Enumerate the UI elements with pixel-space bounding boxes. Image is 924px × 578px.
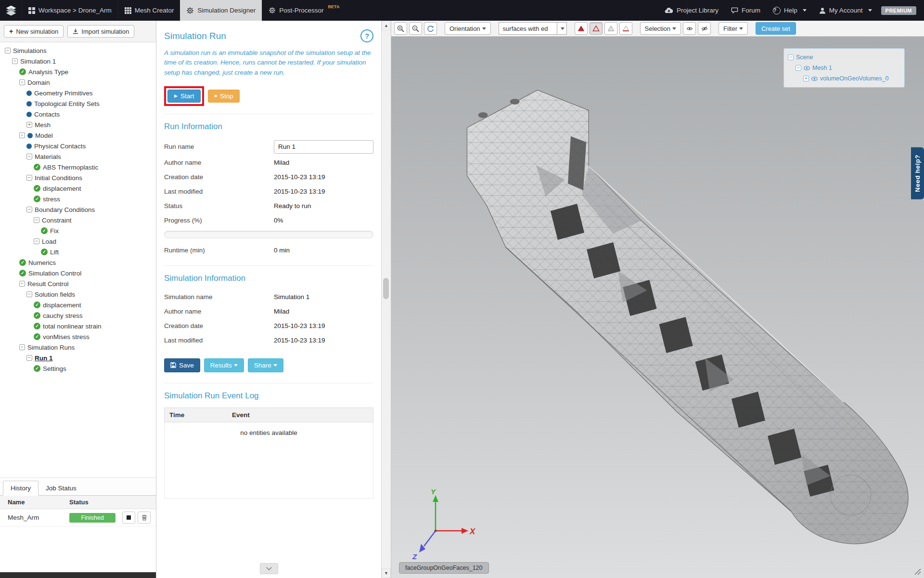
tab-history[interactable]: History — [3, 481, 38, 496]
render-mode-select[interactable]: surfaces with ed — [499, 22, 567, 35]
orientation-dropdown[interactable]: Orientation — [445, 22, 491, 35]
tree-item[interactable]: ✓ stress — [0, 194, 156, 204]
tab-mesh-creator[interactable]: Mesh Creator — [118, 0, 180, 21]
tree-expander-icon[interactable]: − — [26, 175, 32, 181]
selection-dropdown[interactable]: Selection — [640, 22, 681, 35]
scroll-thumb[interactable] — [383, 278, 389, 299]
tree-item[interactable]: Topological Entity Sets — [0, 98, 156, 109]
tree-item[interactable]: Contacts — [0, 109, 156, 119]
tree-item[interactable]: − Simulation Runs — [0, 342, 156, 353]
results-label: Results — [210, 362, 232, 369]
tree-item[interactable]: ✓ displacement — [0, 183, 156, 194]
tree-item[interactable]: Physical Contacts — [0, 141, 156, 151]
tree-item[interactable]: ✓ Analysis Type — [0, 66, 156, 77]
tree-expander-icon[interactable]: + — [26, 122, 32, 128]
mesh-display-toggle-3[interactable] — [604, 22, 617, 35]
tree-item[interactable]: ✓ ABS Thermoplastic — [0, 162, 156, 172]
forum-button[interactable]: Forum — [725, 0, 767, 21]
scroll-down-arrow[interactable]: ▼ — [382, 568, 391, 578]
tree-expander-icon[interactable]: − — [19, 344, 25, 350]
tree-item[interactable]: ✓ Numerics — [0, 257, 156, 268]
delete-job-button[interactable] — [138, 512, 151, 524]
tree-item[interactable]: − Domain — [0, 77, 156, 88]
tree-item[interactable]: ✓ displacement — [0, 300, 156, 310]
tree-expander-icon[interactable]: − — [19, 132, 25, 138]
save-button[interactable]: Save — [164, 358, 200, 372]
tab-simulation-designer[interactable]: Simulation Designer — [180, 0, 262, 21]
tree-item[interactable]: ✓ Lift — [0, 247, 156, 257]
refresh-view-button[interactable] — [424, 22, 437, 35]
help-menu[interactable]: ? Help — [767, 0, 813, 21]
tree-item[interactable]: ✓ Simulation Control — [0, 268, 156, 278]
results-button[interactable]: Results — [204, 358, 244, 372]
tree-expander-icon[interactable]: − — [34, 217, 39, 223]
tree-expander-icon[interactable]: − — [5, 48, 11, 53]
tree-expander-icon[interactable]: − — [34, 238, 39, 244]
mesh-display-toggle-2[interactable] — [590, 22, 603, 35]
scroll-up-arrow[interactable]: ▲ — [382, 21, 391, 30]
new-simulation-button[interactable]: + New simulation — [4, 25, 64, 38]
tree-item[interactable]: − Model — [0, 130, 156, 141]
stop-icon — [127, 515, 131, 520]
panel-scrollbar[interactable]: ▲ ▼ — [382, 21, 391, 578]
tree-item[interactable]: − Constraint — [0, 215, 156, 225]
tree-item[interactable]: − Result Control — [0, 278, 156, 289]
tree-expander-icon[interactable]: − — [19, 281, 25, 287]
tree-item[interactable]: − Solution fields — [0, 289, 156, 300]
my-account-menu[interactable]: My Account — [813, 0, 878, 21]
scene-node-scene[interactable]: − Scene — [788, 52, 900, 63]
tree-item[interactable]: − Run 1 — [0, 353, 156, 363]
tree-expander-icon[interactable]: − — [788, 54, 794, 60]
tree-item[interactable]: ✓ cauchy stress — [0, 310, 156, 321]
scroll-track[interactable] — [382, 30, 391, 568]
tree-expander-icon[interactable]: − — [26, 355, 32, 361]
need-help-tab[interactable]: Need help? — [911, 147, 924, 199]
zoom-out-button[interactable] — [409, 22, 422, 35]
workspace-breadcrumb[interactable]: Workspace > Drone_Arm — [22, 0, 118, 21]
show-entities-button[interactable] — [683, 22, 696, 35]
mesh-display-toggle-4[interactable] — [619, 22, 632, 35]
project-library-button[interactable]: Project Library — [658, 0, 725, 21]
zoom-in-button[interactable] — [394, 22, 407, 35]
tree-item[interactable]: − Boundary Conditions — [0, 204, 156, 215]
stop-run-button[interactable]: ■ Stop — [208, 90, 239, 103]
tab-post-processor[interactable]: Post-Processor BETA — [262, 0, 346, 21]
tree-item[interactable]: Geometry Primitives — [0, 88, 156, 98]
tree-item[interactable]: − Materials — [0, 151, 156, 162]
panel-help-button[interactable]: ? — [360, 29, 373, 42]
mesh-display-toggle-1[interactable] — [575, 22, 588, 35]
tree-item[interactable]: ✓ Fix — [0, 225, 156, 236]
tree-expander-icon[interactable]: − — [26, 291, 32, 297]
import-simulation-button[interactable]: Import simulation — [67, 25, 134, 38]
tree-expander-icon[interactable]: + — [803, 76, 809, 81]
viewport-3d[interactable]: Orientation surfaces with ed — [391, 21, 924, 578]
run-name-input[interactable] — [274, 140, 373, 154]
filter-dropdown[interactable]: Filter — [719, 22, 748, 35]
start-run-button[interactable]: ▶ Start — [167, 90, 201, 103]
stop-job-button[interactable] — [122, 512, 135, 524]
tree-item[interactable]: − Load — [0, 236, 156, 247]
scene-node-volume[interactable]: + volumeOnGeoVolumes_0 — [788, 73, 900, 84]
tree-expander-icon[interactable]: − — [26, 154, 32, 159]
share-button[interactable]: Share — [248, 358, 283, 372]
tree-item[interactable]: ✓ Settings — [0, 363, 156, 374]
tree-item[interactable]: ✓ total nonlinear strain — [0, 321, 156, 331]
tree-item[interactable]: − Simulation 1 — [0, 56, 156, 66]
hide-entities-button[interactable] — [698, 22, 711, 35]
tree-item[interactable]: − Initial Conditions — [0, 172, 156, 183]
field-row: Last modified 2015-10-23 13:19 — [156, 333, 381, 348]
create-set-button[interactable]: Create set — [756, 22, 796, 35]
tree-expander-icon[interactable]: − — [12, 58, 18, 64]
tree-item[interactable]: + Mesh — [0, 119, 156, 130]
resize-handle[interactable] — [914, 568, 922, 576]
tab-job-status[interactable]: Job Status — [38, 481, 84, 495]
tree-item[interactable]: ✓ vonMises stress — [0, 331, 156, 342]
render-mode-value: surfaces with ed — [503, 25, 548, 32]
tree-item[interactable]: − Simulations — [0, 45, 156, 56]
collapse-panel-button[interactable] — [260, 563, 278, 574]
tree-expander-icon[interactable]: − — [26, 207, 32, 212]
tree-expander-icon[interactable]: − — [796, 65, 801, 71]
tree-expander-icon[interactable]: − — [19, 79, 25, 85]
app-logo[interactable] — [0, 0, 22, 21]
scene-node-mesh[interactable]: − Mesh 1 — [788, 63, 900, 73]
